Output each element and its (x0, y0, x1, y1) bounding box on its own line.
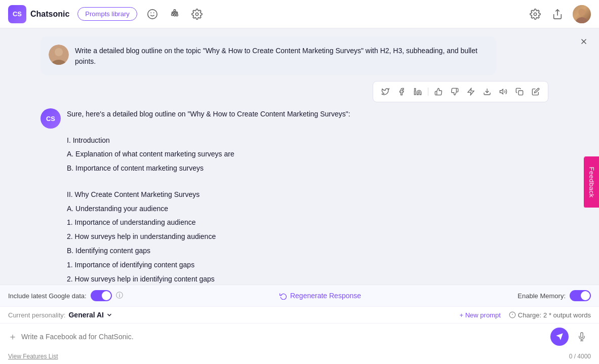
bot-line-7: B. Identifying content gaps (67, 245, 496, 257)
settings-gear-icon[interactable] (528, 7, 542, 21)
thumbs-down-icon[interactable] (448, 85, 462, 99)
enable-memory: Enable Memory: (517, 290, 591, 301)
plus-icon[interactable]: ＋ (8, 331, 17, 343)
personality-select[interactable]: General AI (68, 311, 113, 319)
charge-label: Charge: (518, 311, 541, 319)
enable-memory-label: Enable Memory: (517, 292, 566, 300)
chat-area: Write a detailed blog outline on the top… (0, 28, 599, 364)
messages-container: Write a detailed blog outline on the top… (0, 28, 599, 285)
google-data-toggle[interactable] (91, 290, 112, 301)
personality-label: Current personality: (8, 311, 65, 319)
puzzle-icon[interactable] (168, 7, 182, 21)
new-prompt-button[interactable]: + New prompt (460, 311, 501, 319)
bot-intro: Sure, here's a detailed blog outline on … (67, 108, 496, 120)
bot-line-0: I. Introduction (67, 135, 496, 147)
bot-line-8: 1. Importance of identifying content gap… (67, 259, 496, 271)
feedback-tab[interactable]: Feedback (584, 156, 599, 208)
svg-marker-17 (500, 89, 503, 94)
user-avatar (49, 45, 69, 65)
google-data-label: Include latest Google data: (8, 292, 87, 300)
close-button[interactable] (577, 34, 591, 49)
copy-icon[interactable] (512, 85, 527, 99)
bolt-icon[interactable] (464, 85, 478, 99)
bot-line-3: II. Why Create Content Marketing Surveys (67, 189, 496, 201)
svg-marker-23 (556, 333, 563, 340)
twitter-icon[interactable] (378, 85, 392, 99)
regenerate-label: Regenerate Response (290, 292, 361, 300)
bot-line-4: A. Understanding your audience (67, 203, 496, 215)
user-message: Write a detailed blog outline on the top… (41, 36, 496, 75)
thumbs-up-icon[interactable] (431, 85, 446, 99)
google-data-info-icon[interactable]: ⓘ (116, 291, 123, 300)
personality-row: Current personality: General AI + New pr… (0, 306, 599, 323)
download-icon[interactable] (480, 85, 494, 99)
personality-value: General AI (68, 311, 104, 319)
header: CS Chatsonic Prompts library (0, 0, 599, 28)
input-row: ＋ (0, 323, 599, 350)
charge-value: 2 * output words (543, 311, 591, 319)
bot-line-9: 2. How surveys help in identifying conte… (67, 273, 496, 285)
edit-icon[interactable] (529, 85, 543, 99)
avatar[interactable] (573, 5, 591, 23)
svg-point-11 (55, 48, 63, 56)
svg-point-7 (576, 17, 588, 23)
header-icons (145, 7, 204, 21)
bot-line-1: A. Explanation of what content marketing… (67, 148, 496, 160)
bot-content: Sure, here's a detailed blog outline on … (67, 108, 496, 285)
google-data-left: Include latest Google data: ⓘ (8, 290, 123, 301)
main-area: Write a detailed blog outline on the top… (0, 28, 599, 364)
bot-avatar: CS (41, 108, 61, 129)
send-button[interactable] (550, 328, 569, 346)
svg-rect-13 (414, 91, 416, 95)
facebook-icon[interactable] (394, 85, 409, 99)
logo-text: Chatsonic (30, 10, 69, 19)
avatar-image (573, 5, 591, 23)
action-icons-row (373, 81, 548, 102)
google-data-row: Include latest Google data: ⓘ Regenerate… (0, 285, 599, 306)
charge-text: Charge: 2 * output words (509, 311, 591, 319)
bot-text: Sure, here's a detailed blog outline on … (67, 108, 496, 285)
volume-icon[interactable] (496, 85, 510, 99)
logo-area: CS Chatsonic (8, 5, 69, 23)
svg-marker-15 (468, 88, 474, 95)
divider (428, 88, 428, 96)
svg-point-3 (195, 13, 198, 16)
bottom-section: Include latest Google data: ⓘ Regenerate… (0, 285, 599, 364)
char-count: 0 / 4000 (569, 353, 591, 360)
smile-icon[interactable] (145, 7, 159, 21)
personality-right: + New prompt Charge: 2 * output words (460, 311, 591, 319)
linkedin-icon[interactable] (411, 85, 425, 99)
bot-line-6: 2. How surveys help in understanding aud… (67, 231, 496, 243)
svg-point-0 (148, 9, 157, 18)
bot-line-2: B. Importance of content marketing surve… (67, 163, 496, 175)
header-right (528, 5, 591, 23)
svg-point-4 (534, 13, 537, 16)
bot-line-5: 1. Importance of understanding audience (67, 217, 496, 229)
chat-input[interactable] (21, 333, 546, 341)
share-icon[interactable] (550, 7, 565, 21)
enable-memory-toggle[interactable] (570, 290, 591, 301)
features-link[interactable]: View Features List (8, 353, 58, 360)
settings-icon[interactable] (190, 7, 204, 21)
personality-left: Current personality: General AI (8, 311, 113, 319)
bot-message: CS Sure, here's a detailed blog outline … (41, 108, 496, 285)
regenerate-button[interactable]: Regenerate Response (279, 292, 361, 300)
prompts-library-button[interactable]: Prompts library (77, 7, 137, 21)
svg-point-14 (414, 88, 416, 90)
footer-row: View Features List 0 / 4000 (0, 350, 599, 364)
logo-icon: CS (8, 5, 26, 23)
svg-point-6 (578, 9, 585, 16)
svg-rect-18 (518, 91, 523, 95)
mic-button[interactable] (573, 328, 591, 346)
user-message-text: Write a detailed blog outline on the top… (75, 45, 488, 67)
